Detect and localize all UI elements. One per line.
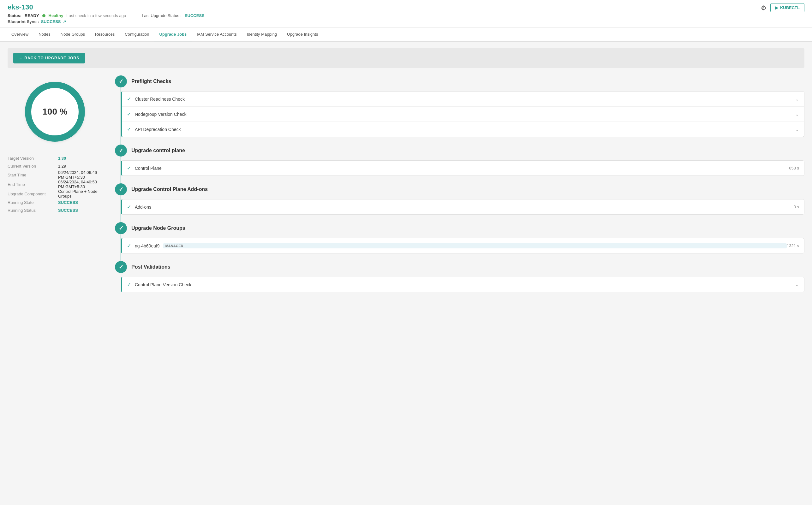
list-item: ✓ Control Plane 658 s [122, 161, 804, 175]
check-icon: ✓ [127, 165, 131, 171]
item-label: Nodegroup Version Check [135, 112, 795, 117]
info-value-upgrade-component: Control Plane + Node Groups [58, 189, 102, 198]
back-to-upgrade-jobs-button[interactable]: ← BACK TO UPGRADE JOBS [13, 53, 85, 63]
check-icon: ✓ [127, 96, 131, 102]
info-value-target-version: 1.30 [58, 154, 102, 162]
chevron-down-icon: ⌄ [795, 97, 799, 102]
kubectl-button[interactable]: ▶ KUBECTL [770, 3, 804, 12]
section-header: ✓ Preflight Checks [115, 75, 804, 88]
section-upgrade-node-groups: ✓ Upgrade Node Groups ✓ ng-4b60eaf9 MANA… [115, 222, 804, 254]
back-bar: ← BACK TO UPGRADE JOBS [8, 48, 804, 68]
list-item[interactable]: ✓ Cluster Readiness Check ⌄ [122, 92, 804, 107]
health-dot [42, 14, 45, 17]
info-row-running-status: Running Status SUCCESS [8, 206, 102, 214]
managed-badge: MANAGED [163, 243, 787, 248]
tab-node-groups[interactable]: Node Groups [55, 27, 90, 42]
info-row-upgrade-component: Upgrade Component Control Plane + Node G… [8, 189, 102, 198]
section-icon-post-validations: ✓ [115, 261, 127, 273]
chevron-down-icon: ⌄ [795, 282, 799, 287]
list-item[interactable]: ✓ Control Plane Version Check ⌄ [122, 277, 804, 292]
info-label: Running Status [8, 206, 58, 214]
info-value-running-state: SUCCESS [58, 198, 102, 206]
upgrade-status-value: SUCCESS [185, 13, 204, 18]
right-panel: ✓ Preflight Checks ✓ Cluster Readiness C… [115, 75, 804, 300]
section-title-addons: Upgrade Control Plane Add-ons [131, 186, 208, 192]
section-icon-preflight: ✓ [115, 75, 127, 88]
info-value-running-status: SUCCESS [58, 206, 102, 214]
tab-upgrade-insights[interactable]: Upgrade Insights [282, 27, 323, 42]
info-row-running-state: Running State SUCCESS [8, 198, 102, 206]
blueprint-value: SUCCESS [41, 19, 61, 24]
tab-nodes[interactable]: Nodes [33, 27, 55, 42]
top-bar: eks-130 Status: READY Healthy Last check… [0, 0, 812, 27]
item-time: 1321 s [787, 243, 799, 248]
section-icon-node-groups: ✓ [115, 222, 127, 234]
info-label: End Time [8, 180, 58, 189]
section-title-node-groups: Upgrade Node Groups [131, 225, 185, 231]
info-row-start-time: Start Time 06/24/2024, 04:06:46 PM GMT+5… [8, 170, 102, 180]
info-value-end-time: 06/24/2024, 04:40:53 PM GMT+5:30 [58, 180, 102, 189]
list-item: ✓ ng-4b60eaf9 MANAGED 1321 s [122, 238, 804, 253]
section-body-node-groups: ✓ ng-4b60eaf9 MANAGED 1321 s [121, 238, 804, 254]
section-title-control-plane: Upgrade control plane [131, 148, 185, 153]
section-header: ✓ Upgrade control plane [115, 145, 804, 157]
info-row-end-time: End Time 06/24/2024, 04:40:53 PM GMT+5:3… [8, 180, 102, 189]
circle-container: 100 % [8, 82, 102, 142]
kubectl-label: KUBECTL [780, 5, 800, 10]
info-row-current-version: Current Version 1.29 [8, 162, 102, 170]
section-title-post-validations: Post Validations [131, 264, 170, 270]
item-label: Control Plane Version Check [135, 282, 795, 287]
section-header: ✓ Post Validations [115, 261, 804, 273]
upgrade-status-label: Last Upgrade Status : [142, 13, 181, 18]
blueprint-label: Blueprint Sync : [8, 19, 39, 24]
check-icon: ✓ [127, 282, 131, 288]
health-label: Healthy [49, 13, 63, 18]
tab-iam-service-accounts[interactable]: IAM Service Accounts [192, 27, 241, 42]
kubectl-icon: ▶ [775, 5, 778, 10]
tab-overview[interactable]: Overview [6, 27, 33, 42]
info-table: Target Version 1.30 Current Version 1.29… [8, 154, 102, 214]
section-upgrade-addons: ✓ Upgrade Control Plane Add-ons ✓ Add-on… [115, 183, 804, 215]
section-title-preflight: Preflight Checks [131, 78, 171, 84]
progress-circle: 100 % [25, 82, 85, 142]
item-label-ng: ng-4b60eaf9 [135, 243, 160, 248]
section-body-post-validations: ✓ Control Plane Version Check ⌄ [121, 277, 804, 292]
section-body-control-plane: ✓ Control Plane 658 s [121, 160, 804, 176]
info-value-start-time: 06/24/2024, 04:06:46 PM GMT+5:30 [58, 170, 102, 180]
tab-identity-mapping[interactable]: Identity Mapping [242, 27, 282, 42]
item-label: Cluster Readiness Check [135, 97, 795, 102]
connector-line [121, 88, 121, 145]
info-value-current-version: 1.29 [58, 162, 102, 170]
item-label: API Deprecation Check [135, 127, 795, 132]
info-label: Upgrade Component [8, 189, 58, 198]
list-item[interactable]: ✓ Nodegroup Version Check ⌄ [122, 107, 804, 122]
gear-button[interactable]: ⚙ [761, 4, 767, 12]
left-panel: 100 % Target Version 1.30 Current Versio… [8, 75, 102, 214]
chevron-down-icon: ⌄ [795, 112, 799, 117]
section-preflight-checks: ✓ Preflight Checks ✓ Cluster Readiness C… [115, 75, 804, 137]
section-header: ✓ Upgrade Node Groups [115, 222, 804, 234]
list-item: ✓ Add-ons 3 s [122, 199, 804, 214]
main-layout: 100 % Target Version 1.30 Current Versio… [8, 75, 804, 300]
status-label: Status: [8, 13, 21, 18]
page-content: ← BACK TO UPGRADE JOBS 100 % Target Vers… [0, 42, 812, 496]
check-icon: ✓ [127, 204, 131, 210]
info-label: Start Time [8, 170, 58, 180]
info-label: Running State [8, 198, 58, 206]
info-label: Target Version [8, 154, 58, 162]
last-checkin: Last check-in a few seconds ago [66, 13, 126, 18]
list-item[interactable]: ✓ API Deprecation Check ⌄ [122, 122, 804, 137]
connector-line [121, 157, 121, 183]
check-icon: ✓ [127, 243, 131, 249]
tab-resources[interactable]: Resources [90, 27, 120, 42]
info-row-target-version: Target Version 1.30 [8, 154, 102, 162]
tab-configuration[interactable]: Configuration [120, 27, 154, 42]
section-icon-control-plane: ✓ [115, 145, 127, 157]
section-body-preflight: ✓ Cluster Readiness Check ⌄ ✓ Nodegroup … [121, 91, 804, 137]
nav-tabs: Overview Nodes Node Groups Resources Con… [0, 27, 812, 42]
tab-upgrade-jobs[interactable]: Upgrade Jobs [154, 27, 192, 42]
item-time: 3 s [794, 204, 799, 209]
section-body-addons: ✓ Add-ons 3 s [121, 199, 804, 215]
section-icon-addons: ✓ [115, 183, 127, 195]
cluster-title: eks-130 [8, 3, 204, 11]
